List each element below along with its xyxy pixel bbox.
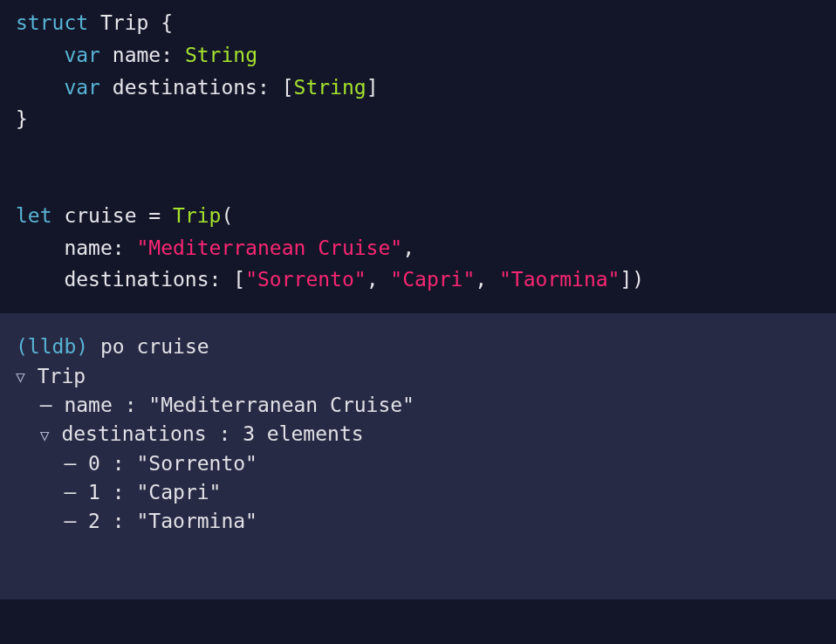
string-literal: "Capri"	[390, 268, 475, 291]
console-output-item: – 2 : "Taormina"	[16, 507, 820, 536]
item-value: "Capri"	[137, 481, 222, 504]
code-line: var destinations: [String]	[16, 72, 820, 104]
code-line: name: "Mediterranean Cruise",	[16, 232, 820, 264]
close-brace: }	[16, 107, 28, 130]
keyword-struct: struct	[16, 11, 88, 34]
blank-line	[16, 168, 820, 200]
type-name-trip: Trip	[100, 11, 148, 34]
field-name: name	[113, 44, 161, 66]
code-line: }	[16, 103, 820, 135]
keyword-var: var	[64, 44, 100, 66]
string-literal: "Sorrento"	[245, 268, 366, 291]
disclosure-triangle-icon[interactable]: ▽	[40, 424, 50, 447]
comma: ,	[402, 236, 415, 259]
colon: :	[257, 76, 270, 99]
colon: :	[209, 268, 222, 291]
code-line: var name: String	[16, 39, 820, 72]
item-value: "Sorrento"	[137, 452, 257, 475]
code-line: struct Trip {	[16, 7, 820, 39]
disclosure-triangle-icon[interactable]: ▽	[16, 366, 25, 388]
keyword-let: let	[16, 204, 52, 227]
arg-label-name: name	[64, 236, 112, 259]
field-key: name	[64, 394, 112, 416]
console-output-field: – name : "Mediterranean Cruise"	[16, 391, 820, 420]
output-type: Trip	[38, 365, 86, 387]
colon: :	[113, 236, 125, 259]
paren-open: (	[221, 204, 233, 227]
bracket-open: [	[233, 268, 245, 291]
variable-cruise: cruise	[64, 204, 136, 227]
bracket-close: ]	[367, 76, 379, 99]
type-string: String	[185, 44, 257, 66]
code-line: destinations: ["Sorrento", "Capri", "Tao…	[16, 264, 820, 296]
paren-close: )	[632, 268, 644, 291]
comma: ,	[367, 268, 379, 291]
lldb-prompt: (lldb)	[16, 335, 88, 358]
console-command-line: (lldb) po cruise	[16, 332, 820, 361]
field-value: "Mediterranean Cruise"	[148, 394, 415, 416]
arg-label-destinations: destinations	[64, 268, 209, 291]
item-index: 2	[88, 510, 100, 532]
console-output-item: – 1 : "Capri"	[16, 478, 820, 507]
collection-summary: 3 elements	[243, 422, 363, 445]
code-editor-pane: struct Trip { var name: String var desti…	[0, 0, 836, 313]
console-output-collection[interactable]: ▽ destinations : 3 elements	[16, 420, 820, 449]
blank-line	[16, 135, 820, 168]
equals: =	[148, 204, 161, 227]
string-literal: "Mediterranean Cruise"	[137, 236, 403, 259]
console-command: po cruise	[100, 335, 209, 358]
item-value: "Taormina"	[137, 510, 257, 532]
type-string: String	[294, 76, 367, 99]
string-literal: "Taormina"	[499, 268, 620, 291]
console-output-item: – 0 : "Sorrento"	[16, 449, 820, 478]
item-index: 1	[88, 481, 100, 504]
keyword-var: var	[64, 76, 100, 99]
bracket-open: [	[282, 76, 294, 99]
comma: ,	[475, 268, 487, 291]
console-output-root[interactable]: ▽ Trip	[16, 362, 820, 391]
item-index: 0	[88, 452, 100, 475]
code-line: let cruise = Trip(	[16, 200, 820, 232]
open-brace: {	[161, 11, 173, 34]
colon: :	[161, 44, 173, 66]
debug-console-pane[interactable]: (lldb) po cruise ▽ Trip – name : "Medite…	[0, 313, 836, 599]
field-key: destinations	[61, 422, 206, 445]
constructor-trip: Trip	[173, 204, 221, 227]
field-destinations: destinations	[113, 76, 257, 99]
bracket-close: ]	[620, 268, 632, 291]
